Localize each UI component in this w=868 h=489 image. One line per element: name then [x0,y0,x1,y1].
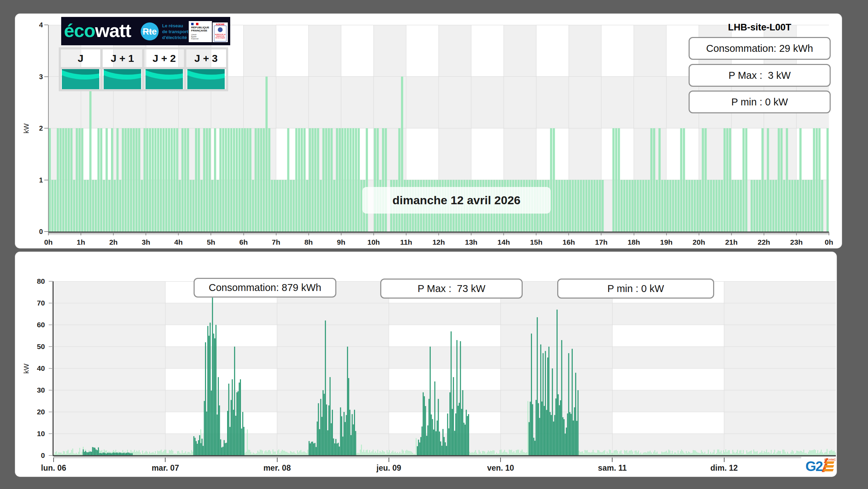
svg-text:G2: G2 [805,459,823,473]
svg-text:FRANCE: FRANCE [824,458,836,461]
